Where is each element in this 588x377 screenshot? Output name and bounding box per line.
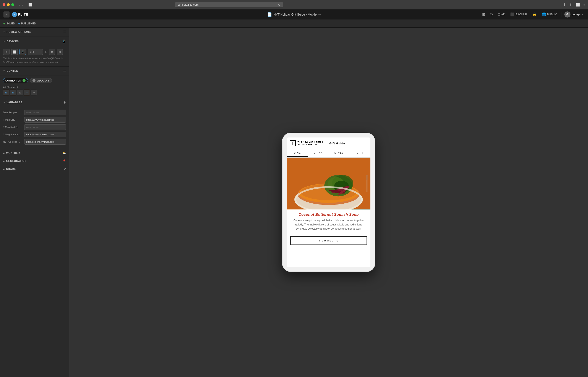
weather-section[interactable]: ▶ WEATHER ⛅	[0, 149, 69, 157]
device-grid-btn[interactable]: ⊞	[57, 49, 63, 55]
user-area: G george ▾	[564, 12, 583, 18]
var-row-3: T Mag Pintere...	[3, 132, 66, 137]
close-traffic-light[interactable]	[3, 3, 5, 6]
placement-row: ⊞ ⊟ ⊡ ▬ ▭	[3, 90, 66, 95]
weather-title: ▶ WEATHER	[3, 152, 20, 154]
refresh-button[interactable]: ↻	[488, 12, 495, 17]
published-dot	[18, 23, 20, 24]
nav-item-drink[interactable]: DRINK	[308, 149, 329, 157]
nav-item-style[interactable]: STYLE	[329, 149, 350, 157]
published-status: PUBLISHED	[18, 22, 36, 25]
content-on-label: CONTENT ON	[5, 79, 21, 82]
var-label-2: T Mag Red Fa...	[3, 126, 23, 129]
var-row-2: T Mag Red Fa...	[3, 124, 66, 130]
url-text: console.flite.com	[177, 3, 199, 6]
ad-header: T THE NEW YORK TIMESSTYLE MAGAZINE Gift …	[287, 138, 370, 149]
saved-dot	[3, 23, 5, 24]
window-restore-btn[interactable]: ⬜	[27, 3, 33, 7]
ad-icon: □	[498, 12, 500, 16]
app-bar-right: ⊞ ↻ □ AD ⬛ BACKUP 🔒 🌐 PUBLIC G george ▾	[480, 12, 585, 18]
title-bar: ‹ › ⬜ console.flite.com ↻ ⬇ ⬆ ⬜ ≡	[0, 0, 588, 10]
forward-arrow[interactable]: ›	[21, 2, 25, 7]
width-input[interactable]	[28, 49, 43, 55]
variables-body: Dine Recipes T Mag URL T Mag Red Fa... T…	[0, 107, 69, 149]
download-icon[interactable]: ⬇	[563, 3, 566, 7]
hamburger-icon[interactable]: ≡	[583, 3, 585, 7]
desktop-device-btn[interactable]: 🖥	[3, 49, 10, 55]
content-on-circle	[23, 79, 25, 82]
left-panel: ▼ REVIEW OPTIONS ☰ ▼ DEVICES 📱 🖥 ⬜ 📱 px …	[0, 28, 69, 377]
content-arrow: ▼	[3, 70, 5, 72]
view-recipe-button[interactable]: VIEW RECIPE	[290, 236, 367, 245]
location-pin-icon: 📍	[62, 159, 66, 163]
nyt-t-logo: T	[290, 140, 296, 146]
public-button[interactable]: 🌐 PUBLIC	[540, 12, 559, 17]
svg-rect-16	[366, 175, 367, 180]
devices-section-header[interactable]: ▼ DEVICES 📱	[0, 36, 69, 46]
review-options-header[interactable]: ▼ REVIEW OPTIONS ☰	[0, 28, 69, 36]
nav-item-gift[interactable]: GIFT	[350, 149, 371, 157]
var-input-3[interactable]	[24, 132, 66, 137]
ad-nav: DINE DRINK STYLE GIFT	[287, 149, 370, 157]
share-title: ▶ SHARE	[3, 167, 16, 171]
devices-arrow: ▼	[3, 40, 5, 43]
device-refresh-btn[interactable]: ↻	[49, 49, 55, 55]
placement-btn-4[interactable]: ▬	[24, 90, 30, 95]
ad-button[interactable]: □ AD	[496, 12, 507, 17]
var-row-0: Dine Recipes	[3, 110, 66, 115]
back-arrow[interactable]: ‹	[18, 2, 21, 7]
variables-section-header[interactable]: ▼ VARIABLES ⚙	[0, 98, 69, 107]
minimize-traffic-light[interactable]	[7, 3, 10, 6]
var-input-2[interactable]	[24, 124, 66, 130]
content-list-icon: ☰	[63, 69, 66, 73]
nav-item-dine[interactable]: DINE	[287, 149, 308, 157]
var-label-3: T Mag Pintere...	[3, 133, 23, 136]
share-section[interactable]: ▶ SHARE ↗	[0, 165, 69, 173]
app-bar-separator	[562, 12, 562, 17]
video-off-toggle[interactable]: VIDEO OFF	[30, 78, 52, 83]
placement-btn-5[interactable]: ▭	[31, 90, 37, 95]
main-layout: ▼ REVIEW OPTIONS ☰ ▼ DEVICES 📱 🖥 ⬜ 📱 px …	[0, 28, 588, 377]
variables-title: ▼ VARIABLES	[3, 101, 22, 104]
share-arrow: ▶	[3, 168, 5, 170]
status-bar: SAVED PUBLISHED	[0, 19, 588, 28]
lock-button[interactable]: 🔒	[531, 12, 538, 17]
nyt-guide-text: Gift Guide	[329, 142, 345, 145]
devices-row: 🖥 ⬜ 📱 px ↻ ⊞	[3, 49, 66, 55]
mobile-device-btn[interactable]: 📱	[19, 49, 26, 55]
back-button[interactable]: ←	[3, 12, 10, 18]
placement-btn-2[interactable]: ⊟	[10, 90, 16, 95]
backup-button[interactable]: ⬛ BACKUP	[509, 12, 529, 17]
preview-area: T THE NEW YORK TIMESSTYLE MAGAZINE Gift …	[69, 28, 588, 377]
variables-icon: ⚙	[63, 101, 66, 104]
fullscreen-traffic-light[interactable]	[11, 3, 14, 6]
phone-icon: 📱	[62, 39, 66, 43]
devices-body: 🖥 ⬜ 📱 px ↻ ⊞ This is only a simulated ex…	[0, 46, 69, 67]
video-off-label: VIDEO OFF	[37, 79, 50, 82]
geolocation-section[interactable]: ▶ GEOLOCATION 📍	[0, 157, 69, 165]
user-avatar: G	[564, 12, 570, 18]
review-options-menu-icon[interactable]: ☰	[63, 30, 66, 34]
var-input-0[interactable]	[24, 110, 66, 115]
var-label-4: NYT Cooking ...	[3, 141, 23, 143]
tablet-device-btn[interactable]: ⬜	[11, 49, 18, 55]
toggle-row: CONTENT ON VIDEO OFF	[3, 78, 66, 83]
geolocation-title: ▶ GEOLOCATION	[3, 160, 26, 163]
placement-btn-1[interactable]: ⊞	[3, 90, 9, 95]
content-on-toggle[interactable]: CONTENT ON	[3, 78, 28, 83]
saved-status: SAVED	[3, 22, 15, 25]
var-input-4[interactable]	[24, 139, 66, 145]
var-input-1[interactable]	[24, 117, 66, 123]
edit-icon[interactable]: ✏	[318, 13, 321, 16]
placement-btn-3[interactable]: ⊡	[17, 90, 23, 95]
share-icon[interactable]: ⬆	[569, 3, 572, 7]
chevron-down-icon[interactable]: ▾	[582, 13, 583, 16]
public-icon: 🌐	[542, 12, 546, 16]
weather-arrow: ▶	[3, 152, 5, 154]
content-section-header[interactable]: ▼ CONTENT ☰	[0, 67, 69, 75]
backup-label: BACKUP	[515, 13, 527, 16]
saved-label: SAVED	[6, 22, 15, 25]
window-icon[interactable]: ⬜	[576, 3, 580, 7]
reload-button[interactable]: ↻	[278, 3, 281, 6]
grid-view-button[interactable]: ⊞	[480, 12, 487, 17]
